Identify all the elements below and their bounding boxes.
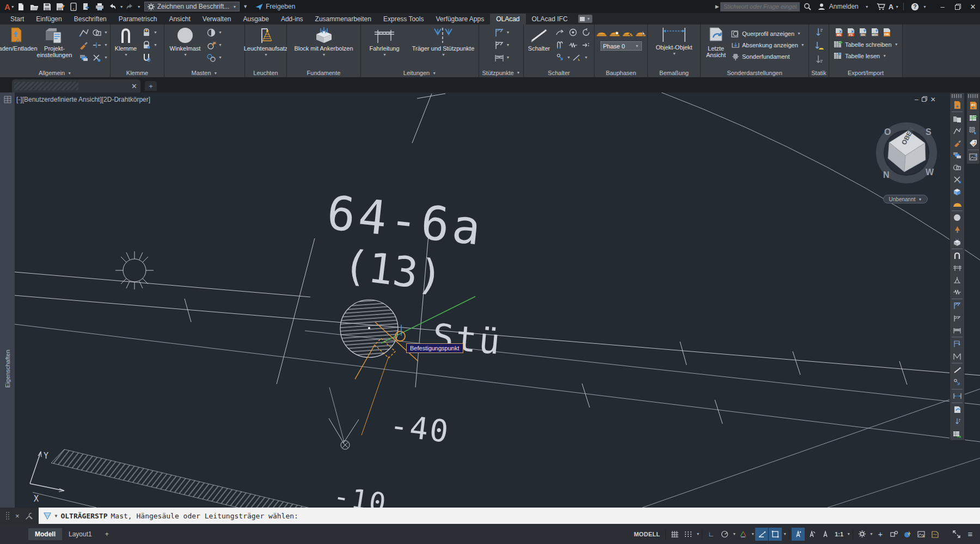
rt-earth-button[interactable] bbox=[951, 376, 964, 388]
earth-caret-icon[interactable]: ▼ bbox=[567, 55, 571, 59]
trim-tool-button[interactable] bbox=[90, 39, 103, 51]
panel-title-fundamente[interactable]: Fundamente bbox=[287, 69, 360, 77]
rt-layers-button[interactable] bbox=[951, 149, 964, 161]
panel-title-masten[interactable]: Masten▼ bbox=[164, 69, 244, 77]
image-quality-button[interactable] bbox=[915, 528, 928, 541]
cad-drawing[interactable]: X Y 64-6a (13) Stü -40 -10 O S N W OBEN bbox=[0, 92, 980, 508]
search-flyout-icon[interactable]: ▶ bbox=[715, 4, 719, 9]
model-space-button[interactable]: MODELL bbox=[630, 528, 663, 541]
absenkung-button[interactable]: Absenkung anzeigen▼ bbox=[730, 39, 806, 51]
schalter-feed-button[interactable] bbox=[579, 39, 592, 51]
sonderfundament-button[interactable]: Sonderfundament bbox=[730, 51, 806, 62]
tab-overflow-button[interactable]: ▼ bbox=[578, 15, 592, 23]
viewport-close-icon[interactable]: ✕ bbox=[930, 96, 936, 103]
annotation-autoscale-toggle[interactable] bbox=[805, 528, 818, 541]
autodesk-account-icon[interactable]: A bbox=[889, 3, 893, 11]
close-button[interactable]: ✕ bbox=[966, 1, 980, 13]
rt-lastview-button[interactable] bbox=[951, 404, 964, 416]
rt-projekt-button[interactable] bbox=[951, 113, 964, 125]
viewport-restore-icon[interactable] bbox=[922, 96, 927, 103]
rt-switch-button[interactable] bbox=[951, 364, 964, 376]
panel-title-allgemein[interactable]: Allgemein▼ bbox=[0, 69, 110, 77]
phase-edit-button[interactable] bbox=[608, 26, 621, 39]
block-ankerbolzen-button[interactable]: Block mit Ankerbolzen ▼ bbox=[288, 26, 359, 69]
layout1-tab[interactable]: Layout1 bbox=[62, 528, 99, 540]
letzte-ansicht-button[interactable]: Letzte Ansicht bbox=[702, 26, 730, 69]
annotation-scale-value[interactable]: 1:1 bbox=[832, 528, 846, 541]
isodraft-caret-icon[interactable]: ▼ bbox=[751, 532, 755, 536]
polar-caret-icon[interactable]: ▼ bbox=[732, 532, 736, 536]
tab-beschriften[interactable]: Beschriften bbox=[68, 14, 113, 24]
querprofil-button[interactable]: Querprofil anzeigen▼ bbox=[730, 28, 806, 39]
plot-button[interactable] bbox=[93, 1, 106, 13]
fahrleitung-button[interactable]: Fahrleitung ▼ bbox=[362, 26, 407, 69]
tab-olacad[interactable]: OLAcad bbox=[490, 14, 525, 24]
panel-title-leuchten[interactable]: Leuchten bbox=[245, 69, 286, 77]
tab-einfuegen[interactable]: Einfügen bbox=[30, 14, 68, 24]
portal-caret-icon[interactable]: ▼ bbox=[506, 55, 510, 59]
signin-label[interactable]: Anmelden bbox=[829, 3, 859, 10]
panel-title-bemassung[interactable]: Bemaßung bbox=[648, 69, 700, 77]
autotrack-toggle[interactable] bbox=[755, 528, 768, 541]
projekteinstellungen-button[interactable]: Projekt-einstellungen bbox=[32, 26, 77, 69]
phase-pick-button[interactable] bbox=[634, 26, 647, 39]
klemme-button[interactable]: Klemme ▼ bbox=[112, 26, 140, 69]
minimize-button[interactable]: – bbox=[935, 1, 950, 13]
tab-ansicht[interactable]: Ansicht bbox=[163, 14, 196, 24]
crosshair-button[interactable]: + bbox=[874, 528, 887, 541]
tab-olacad-ifc[interactable]: OLAcad IFC bbox=[526, 14, 574, 24]
panel-title-statik[interactable]: Statik bbox=[809, 68, 829, 77]
rt-spring-button[interactable] bbox=[951, 286, 964, 298]
export-ms-button[interactable]: MS bbox=[832, 26, 844, 39]
eigenschaften-palette-bar[interactable]: Eigenschaften bbox=[0, 92, 15, 508]
stuetzpunkt-arm2-button[interactable] bbox=[493, 39, 506, 51]
tab-start[interactable]: Start bbox=[4, 14, 30, 24]
settings-caret-icon[interactable]: ▼ bbox=[869, 532, 873, 536]
schalter-earth-button[interactable] bbox=[553, 51, 566, 64]
mast-edit-caret-icon[interactable]: ▼ bbox=[218, 43, 222, 47]
statik-check-button[interactable] bbox=[812, 53, 825, 66]
export-dh-button[interactable]: DH bbox=[856, 26, 868, 39]
panel-title-leitungen[interactable]: Leitungen▼ bbox=[361, 69, 479, 77]
save-button[interactable] bbox=[41, 1, 54, 13]
panel-title-sonderdarstellungen[interactable]: Sonderdarstellungen bbox=[701, 69, 808, 77]
ortho-toggle[interactable]: ∟ bbox=[705, 528, 718, 541]
rt-tools-button[interactable] bbox=[951, 174, 964, 186]
transfer-button[interactable] bbox=[80, 1, 93, 13]
klemme-add-caret-icon[interactable]: ▼ bbox=[154, 30, 157, 34]
panel-title-bauphasen[interactable]: Bauphasen bbox=[595, 68, 647, 77]
plot-style-button[interactable] bbox=[928, 528, 941, 541]
new-drawing-tab-button[interactable]: + bbox=[145, 81, 157, 91]
schalter-arc-button[interactable] bbox=[553, 26, 566, 39]
rt-block3d-button[interactable] bbox=[951, 186, 964, 197]
viewcube[interactable]: O S N W OBEN bbox=[880, 126, 934, 180]
settings-gear-button[interactable] bbox=[855, 528, 868, 541]
rt-fahrleitung-button[interactable] bbox=[951, 262, 964, 274]
osnap-caret-icon[interactable]: ▼ bbox=[783, 532, 787, 536]
rt-portal2-button[interactable] bbox=[951, 324, 964, 336]
schalter-rotate-button[interactable] bbox=[579, 26, 592, 39]
tabelle-schreiben-button[interactable]: Tabelle schreiben▼ bbox=[832, 39, 899, 50]
command-drag-handle[interactable] bbox=[5, 511, 10, 520]
klemme-add-button[interactable] bbox=[140, 26, 153, 39]
tab-addins[interactable]: Add-ins bbox=[275, 14, 309, 24]
tabelle-lesen-button[interactable]: Tabelle lesen▼ bbox=[832, 50, 887, 61]
help-caret-icon[interactable]: ▼ bbox=[923, 5, 927, 9]
tools-caret-icon[interactable]: ▼ bbox=[104, 55, 108, 59]
save-as-button[interactable] bbox=[54, 1, 67, 13]
scale-caret-icon[interactable]: ▼ bbox=[847, 532, 850, 536]
rt-ifc-select-button[interactable] bbox=[967, 124, 980, 137]
qat-customize-icon[interactable]: ▼ bbox=[243, 4, 248, 9]
winkelmast-button[interactable]: Winkelmast ▼ bbox=[166, 26, 205, 69]
tab-verwalten[interactable]: Verwalten bbox=[197, 14, 237, 24]
panel-title-exportimport[interactable]: Export/Import bbox=[829, 68, 902, 77]
account-caret-icon[interactable]: ▼ bbox=[895, 5, 899, 9]
halbmast-button[interactable] bbox=[205, 26, 218, 39]
export-mdh-button[interactable]: MDH bbox=[868, 26, 880, 39]
rt-foundation-button[interactable] bbox=[951, 236, 964, 248]
rt-ifc-table-button[interactable] bbox=[967, 112, 980, 124]
rt-pantograph-button[interactable] bbox=[951, 274, 964, 286]
panel-title-schalter[interactable]: Schalter bbox=[524, 69, 594, 77]
autocad-logo-icon[interactable]: A bbox=[4, 2, 10, 11]
rt-dimension-button[interactable] bbox=[951, 390, 964, 401]
